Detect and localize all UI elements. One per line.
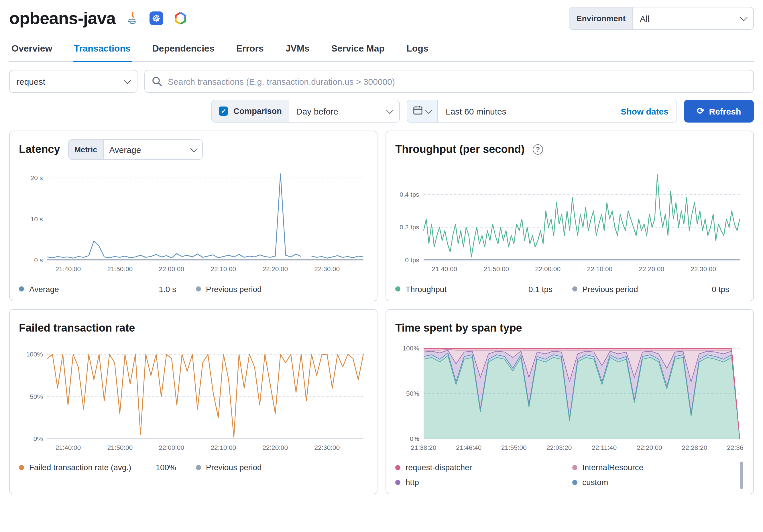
- svg-text:21:40:00: 21:40:00: [432, 265, 457, 272]
- svg-text:21:46:40: 21:46:40: [456, 444, 482, 451]
- show-dates-link[interactable]: Show dates: [613, 100, 677, 122]
- tab-logs[interactable]: Logs: [405, 37, 429, 62]
- chevron-down-icon: [740, 13, 747, 21]
- latency-metric-select[interactable]: Average: [103, 140, 202, 159]
- throughput-legend: Throughput 0.1 tps Previous period 0 tps: [395, 284, 744, 293]
- legend-value: 1.0 s: [159, 284, 182, 293]
- svg-text:22:20:00: 22:20:00: [262, 444, 288, 451]
- latency-metric-control: Metric Average: [68, 139, 203, 160]
- legend-item-http[interactable]: http: [395, 478, 558, 487]
- comparison-select[interactable]: Day before: [289, 100, 399, 122]
- tab-transactions[interactable]: Transactions: [73, 37, 132, 62]
- calendar-icon: [413, 105, 423, 117]
- calendar-button[interactable]: [407, 100, 438, 122]
- legend-item-previous-period[interactable]: Previous period: [196, 284, 359, 293]
- tab-overview[interactable]: Overview: [10, 37, 53, 62]
- failed-rate-chart[interactable]: 0%50%100%21:40:0021:50:0022:00:0022:10:0…: [19, 342, 368, 457]
- svg-text:22:36:40: 22:36:40: [727, 444, 744, 451]
- tab-service-map[interactable]: Service Map: [330, 37, 386, 62]
- failed-rate-legend: Failed transaction rate (avg.) 100% Prev…: [19, 463, 368, 472]
- tab-errors[interactable]: Errors: [235, 37, 265, 62]
- svg-text:50%: 50%: [406, 390, 419, 397]
- tab-dependencies[interactable]: Dependencies: [151, 37, 216, 62]
- comparison-select-value: Day before: [296, 106, 338, 116]
- svg-text:0 s: 0 s: [34, 256, 43, 264]
- svg-text:0%: 0%: [34, 435, 43, 442]
- legend-label: Previous period: [206, 284, 262, 293]
- legend-item-previous-period[interactable]: Previous period 0 tps: [572, 284, 735, 293]
- failed-rate-panel-header: Failed transaction rate: [19, 318, 368, 338]
- series-dot: [196, 286, 201, 291]
- throughput-title: Throughput (per second): [395, 143, 525, 156]
- svg-text:21:50:00: 21:50:00: [107, 265, 133, 272]
- legend-label: http: [405, 478, 419, 487]
- svg-text:22:20:00: 22:20:00: [639, 265, 664, 272]
- chevron-down-icon: [124, 76, 131, 84]
- svg-text:21:40:00: 21:40:00: [55, 444, 81, 451]
- svg-text:22:00:00: 22:00:00: [535, 265, 561, 272]
- legend-item-previous-period[interactable]: Previous period: [196, 463, 359, 472]
- legend-scrollbar[interactable]: [740, 462, 743, 489]
- svg-text:22:30:00: 22:30:00: [314, 265, 340, 272]
- latency-chart[interactable]: 0 s10 s20 s21:40:0021:50:0022:00:0022:10…: [19, 163, 368, 278]
- legend-value: 0.1 tps: [528, 284, 558, 293]
- svg-text:0%: 0%: [410, 435, 419, 442]
- legend-item-request-dispatcher[interactable]: request-dispatcher: [395, 463, 558, 472]
- charts-grid: Latency Metric Average 0 s10 s20 s21:40:…: [9, 131, 754, 494]
- span-type-title: Time spent by span type: [395, 322, 522, 334]
- series-dot: [572, 286, 577, 291]
- help-icon[interactable]: ?: [533, 144, 543, 155]
- environment-select[interactable]: All: [633, 7, 753, 29]
- refresh-button[interactable]: ⟳ Refresh: [684, 100, 754, 123]
- legend-value: 100%: [156, 463, 182, 472]
- svg-text:0.2 tps: 0.2 tps: [399, 223, 419, 231]
- search-input[interactable]: [144, 70, 754, 93]
- tab-jvms[interactable]: JVMs: [284, 37, 311, 62]
- svg-text:20 s: 20 s: [31, 174, 43, 181]
- legend-item-throughput[interactable]: Throughput 0.1 tps: [395, 284, 558, 293]
- svg-text:22:20:00: 22:20:00: [262, 265, 288, 272]
- search-icon: [151, 75, 163, 89]
- legend-label: custom: [582, 478, 608, 487]
- svg-text:21:55:00: 21:55:00: [501, 444, 527, 451]
- transaction-type-select[interactable]: request: [9, 70, 138, 93]
- time-range-value[interactable]: Last 60 minutes: [438, 100, 613, 122]
- legend-item-custom[interactable]: custom: [572, 478, 735, 487]
- series-dot: [572, 465, 577, 470]
- span-type-chart[interactable]: 0%50%100%21:38:2021:46:4021:55:0022:03:2…: [395, 342, 744, 457]
- span-type-panel-header: Time spent by span type: [395, 318, 744, 338]
- apm-service-page: opbeans-java ☸: [0, 0, 763, 532]
- legend-item-failed-rate[interactable]: Failed transaction rate (avg.) 100%: [19, 463, 182, 472]
- series-dot: [395, 465, 400, 470]
- throughput-panel: Throughput (per second) ? 0 tps0.2 tps0.…: [385, 131, 754, 301]
- legend-label: InternalResource: [582, 463, 643, 472]
- environment-value: All: [640, 13, 649, 23]
- legend-item-internalresource[interactable]: InternalResource: [572, 463, 735, 472]
- search-box: [144, 70, 754, 93]
- transaction-type-value: request: [17, 76, 45, 86]
- throughput-chart[interactable]: 0 tps0.2 tps0.4 tps21:40:0021:50:0022:00…: [395, 163, 744, 278]
- svg-text:22:11:40: 22:11:40: [592, 444, 617, 451]
- environment-filter: Environment All: [569, 7, 754, 30]
- gcp-icon: [173, 11, 188, 26]
- svg-text:0.4 tps: 0.4 tps: [399, 191, 419, 198]
- latency-panel-header: Latency Metric Average: [19, 139, 368, 160]
- comparison-checkbox[interactable]: ✓: [219, 107, 228, 116]
- page-title: opbeans-java: [9, 9, 115, 28]
- legend-value: 0 tps: [712, 284, 735, 293]
- svg-text:21:50:00: 21:50:00: [107, 444, 133, 451]
- legend-label: Throughput: [405, 284, 447, 293]
- series-dot: [395, 286, 400, 291]
- legend-label: Average: [29, 284, 59, 293]
- svg-text:22:20:00: 22:20:00: [637, 444, 662, 451]
- java-icon: [125, 11, 140, 26]
- chevron-down-icon: [386, 106, 393, 113]
- legend-item-average[interactable]: Average 1.0 s: [19, 284, 182, 293]
- latency-metric-value: Average: [109, 145, 141, 154]
- metric-label: Metric: [69, 140, 104, 159]
- svg-text:22:00:00: 22:00:00: [159, 444, 184, 451]
- comparison-label: Comparison: [233, 107, 282, 116]
- filter-bar: request ✓ Comparison: [0, 62, 763, 123]
- refresh-icon: ⟳: [697, 107, 705, 116]
- legend-label: Previous period: [582, 284, 638, 293]
